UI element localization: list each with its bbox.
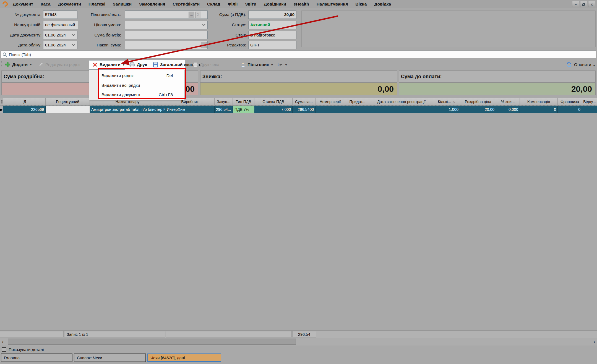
col-qty[interactable]: Кількі...△ bbox=[433, 98, 460, 106]
cell-id[interactable]: 226569 bbox=[3, 106, 46, 113]
cell-franchise[interactable]: 0 bbox=[558, 106, 582, 113]
internal-number-label: № внутрішній: bbox=[0, 21, 41, 29]
state-label: Стан: bbox=[191, 31, 246, 39]
accum-sum-label: Накоп. сума: bbox=[66, 41, 121, 49]
print-receipt-button: Друк чека bbox=[190, 60, 221, 69]
beneficiary-button[interactable]: Пільговик▾ bbox=[238, 60, 275, 69]
indicator-column-header bbox=[0, 98, 3, 106]
menu-help[interactable]: Довідка bbox=[374, 2, 391, 7]
menu-warehouse[interactable]: Склад bbox=[207, 2, 220, 7]
menu-documents[interactable]: Документи bbox=[58, 2, 81, 7]
col-sum-per[interactable]: Сума за... bbox=[293, 98, 316, 106]
col-retail-price[interactable]: Роздрібна ціна bbox=[460, 98, 496, 106]
menu-settings[interactable]: Налаштування bbox=[317, 2, 348, 7]
cell-sum-per[interactable]: 296,5400 bbox=[293, 106, 316, 113]
dropdown-arrow-icon: ▾ bbox=[123, 63, 124, 66]
col-purchase[interactable]: Закуп... bbox=[215, 98, 233, 106]
search-icon bbox=[2, 52, 7, 57]
sum-vat-label: Сума (з ПДВ): bbox=[191, 11, 246, 19]
restore-icon bbox=[582, 4, 585, 6]
col-vat-rate[interactable]: Ставка ПДВ bbox=[254, 98, 293, 106]
search-placeholder: Поиск (Tab) bbox=[9, 52, 31, 57]
cell-discount-pct[interactable]: 0,000 bbox=[496, 106, 520, 113]
row-marker-cell: ▶ bbox=[0, 106, 3, 113]
menu-directories[interactable]: Довідники bbox=[264, 2, 286, 7]
tab-home[interactable]: Головна bbox=[1, 353, 72, 362]
doc-number-label: № документа: bbox=[0, 11, 41, 19]
export-disk-icon bbox=[153, 62, 158, 67]
scroll-left-arrow[interactable]: ‹ bbox=[0, 338, 6, 345]
tab-list-receipts[interactable]: Список: Чеки bbox=[74, 353, 146, 362]
menu-certificates[interactable]: Сертифікати bbox=[173, 2, 200, 7]
price-condition-label: Цінова умова: bbox=[66, 21, 121, 29]
menu-stocks[interactable]: Залишки bbox=[113, 2, 132, 7]
cell-valid[interactable] bbox=[345, 106, 370, 113]
col-compensation[interactable]: Компенсація bbox=[520, 98, 558, 106]
cell-dispense[interactable] bbox=[582, 106, 597, 113]
grid-row-selected[interactable]: ▶ 226569 Амицитрон экстратаб табл. п/о б… bbox=[0, 106, 597, 113]
cell-recept[interactable] bbox=[46, 106, 90, 113]
col-dispense[interactable]: Відпу... bbox=[582, 98, 597, 106]
search-input[interactable]: Поиск (Tab) bbox=[1, 51, 596, 58]
col-valid[interactable]: Придат... bbox=[345, 98, 370, 106]
dropdown-arrow-icon: ▾ bbox=[271, 63, 273, 66]
details-checkbox[interactable] bbox=[2, 347, 6, 352]
person-icon bbox=[241, 62, 246, 67]
menu-kasa[interactable]: Каса bbox=[41, 2, 51, 7]
scrollbar-thumb[interactable] bbox=[8, 339, 296, 345]
view-options-button[interactable]: ▾ bbox=[275, 60, 289, 69]
cell-reg-end[interactable] bbox=[370, 106, 433, 113]
document-header-form: № документа: 57648 № внутрішній: не фиск… bbox=[0, 9, 597, 50]
cell-vat-type[interactable]: ПДВ 7% bbox=[233, 106, 254, 113]
col-recept[interactable]: Рецептурний bbox=[46, 98, 90, 106]
cell-compensation[interactable]: 0 bbox=[520, 106, 558, 113]
dropdown-arrow-icon: ▾ bbox=[593, 64, 595, 67]
col-id[interactable]: ІД bbox=[3, 98, 46, 106]
red-x-icon bbox=[92, 62, 98, 67]
horizontal-scrollbar[interactable]: ‹ › bbox=[0, 338, 597, 345]
dropdown-arrow-icon: ▾ bbox=[30, 63, 32, 66]
menu-ehealth[interactable]: eHealth bbox=[294, 2, 309, 7]
cell-name[interactable]: Амицитрон экстратаб табл. п/о блистер №1… bbox=[90, 106, 165, 113]
side-panel bbox=[301, 11, 596, 47]
menu-orders[interactable]: Замовлення bbox=[139, 2, 165, 7]
cell-manufacturer[interactable]: ИнтерХим bbox=[165, 106, 215, 113]
menu-payments[interactable]: Платежі bbox=[88, 2, 105, 7]
beneficiary-label: Пільговик/плат.: bbox=[66, 11, 121, 19]
row-marker-icon: ▶ bbox=[0, 108, 3, 112]
editor-label: Редактор: bbox=[191, 41, 246, 49]
col-serial[interactable]: Номер серії bbox=[316, 98, 345, 106]
toolbar-grip[interactable] bbox=[1, 61, 2, 68]
discount-panel: Знижка: 0,00 bbox=[200, 70, 397, 95]
status-sum: 296,54 bbox=[292, 331, 316, 337]
cell-purchase[interactable]: 296,54... bbox=[215, 106, 233, 113]
menu-reports[interactable]: Звіти bbox=[245, 2, 256, 7]
close-button[interactable]: x bbox=[588, 1, 595, 7]
menu-branches[interactable]: Філії bbox=[228, 2, 238, 7]
minimize-button[interactable]: – bbox=[572, 1, 579, 7]
cell-vat-rate[interactable]: 7,000 bbox=[254, 106, 293, 113]
state-field: В подготовке bbox=[248, 31, 296, 39]
app-logo-icon bbox=[1, 0, 9, 7]
toolbar: Додати▾ Редагувати рядок Видалити▾ Друк … bbox=[0, 59, 597, 70]
col-reg-end[interactable]: Дата закінчення реєстрації bbox=[370, 98, 433, 106]
col-franchise[interactable]: Франшиза bbox=[558, 98, 582, 106]
cell-retail-price[interactable]: 20,00 bbox=[460, 106, 496, 113]
discount-label: Знижка: bbox=[200, 70, 397, 83]
col-vat-type[interactable]: Тип ПДВ bbox=[233, 98, 254, 106]
restore-button[interactable] bbox=[580, 1, 587, 7]
add-button[interactable]: Додати▾ bbox=[3, 60, 34, 69]
scroll-right-arrow[interactable]: › bbox=[591, 338, 597, 345]
menu-document[interactable]: Документ bbox=[13, 2, 33, 7]
col-discount-pct[interactable]: % зни... bbox=[496, 98, 520, 106]
refresh-button[interactable]: Оновити ▾ bbox=[566, 59, 595, 70]
status-panel-empty bbox=[166, 331, 292, 337]
details-checkbox-label: Показувати деталі bbox=[9, 347, 44, 352]
sum-vat-field: 20,00 bbox=[248, 11, 296, 19]
payable-label: Сума до оплати: bbox=[399, 70, 596, 83]
cell-serial[interactable] bbox=[316, 106, 345, 113]
list-icon bbox=[277, 62, 283, 67]
menu-windows[interactable]: Вікна bbox=[355, 2, 367, 7]
tab-receipt-data[interactable]: Чеки [64620], дані ... bbox=[147, 353, 221, 362]
cell-qty[interactable]: 1,000 bbox=[433, 106, 460, 113]
